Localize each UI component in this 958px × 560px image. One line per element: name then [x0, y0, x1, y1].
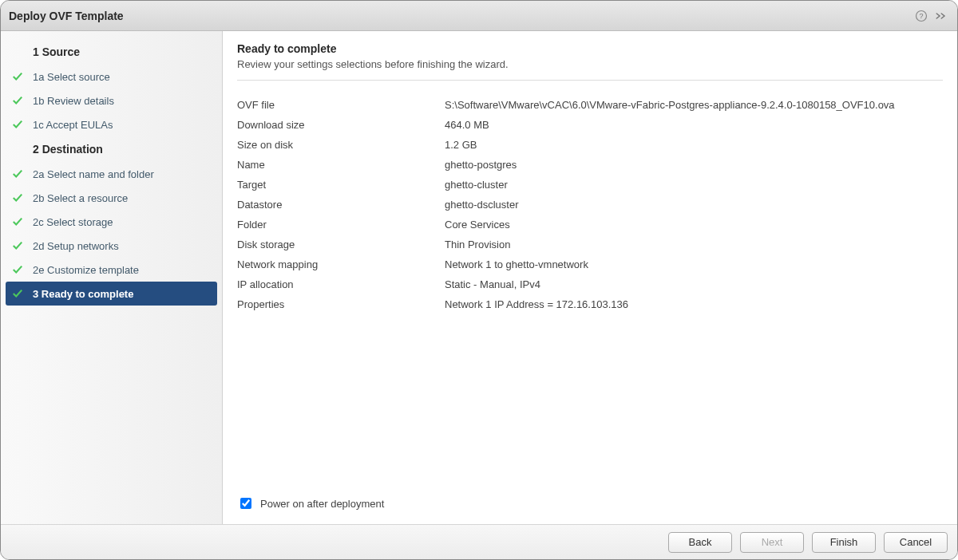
- summary-value: S:\Software\VMware\vCAC\6.0\VMware-vFabr…: [445, 99, 943, 111]
- nav-step-setup-networks[interactable]: 2d Setup networks: [6, 234, 217, 258]
- summary-row: IP allocationStatic - Manual, IPv4: [237, 274, 943, 294]
- nav-step-select-resource[interactable]: 2b Select a resource: [6, 186, 217, 210]
- summary-key: Datastore: [237, 199, 445, 211]
- power-on-label[interactable]: Power on after deployment: [260, 498, 384, 510]
- nav-label: 1a Select source: [33, 71, 110, 83]
- nav-section-source: 1 Source: [6, 39, 217, 65]
- nav-label: 3 Ready to complete: [33, 288, 133, 300]
- wizard-body: 1 Source 1a Select source 1b Review deta…: [1, 31, 957, 524]
- titlebar-icon-group: ?: [914, 9, 949, 23]
- summary-row: FolderCore Services: [237, 215, 943, 235]
- summary-value: Network 1 IP Address = 172.16.103.136: [445, 298, 943, 310]
- nav-step-accept-eulas[interactable]: 1c Accept EULAs: [6, 112, 217, 136]
- summary-row: PropertiesNetwork 1 IP Address = 172.16.…: [237, 294, 943, 314]
- nav-step-select-name-folder[interactable]: 2a Select name and folder: [6, 162, 217, 186]
- summary-value: ghetto-dscluster: [445, 199, 943, 211]
- summary-key: Target: [237, 179, 445, 191]
- summary-row: Nameghetto-postgres: [237, 155, 943, 175]
- summary-row: OVF fileS:\Software\VMware\vCAC\6.0\VMwa…: [237, 95, 943, 115]
- next-button[interactable]: Next: [740, 532, 804, 553]
- summary-key: Properties: [237, 298, 445, 310]
- check-icon: [12, 168, 33, 179]
- summary-value: Core Services: [445, 219, 943, 231]
- check-icon: [12, 192, 33, 203]
- summary-value: Network 1 to ghetto-vmnetwork: [445, 258, 943, 270]
- nav-label: 2d Setup networks: [33, 240, 119, 252]
- titlebar: Deploy OVF Template ?: [1, 1, 957, 31]
- summary-key: Disk storage: [237, 239, 445, 250]
- summary-row: Datastoreghetto-dscluster: [237, 195, 943, 215]
- summary-key: Size on disk: [237, 139, 445, 151]
- wizard-footer: Back Next Finish Cancel: [1, 524, 957, 559]
- summary-row: Size on disk1.2 GB: [237, 135, 943, 155]
- summary-value: Static - Manual, IPv4: [445, 278, 943, 290]
- nav-step-review-details[interactable]: 1b Review details: [6, 89, 217, 112]
- summary-key: OVF file: [237, 99, 445, 111]
- summary-value: ghetto-postgres: [445, 159, 943, 171]
- nav-step-select-storage[interactable]: 2c Select storage: [6, 210, 217, 234]
- power-on-row: Power on after deployment: [237, 487, 943, 524]
- cancel-button[interactable]: Cancel: [884, 532, 948, 553]
- check-icon: [12, 288, 33, 299]
- nav-label: 1b Review details: [33, 95, 114, 107]
- summary-key: Folder: [237, 219, 445, 231]
- summary-value: ghetto-cluster: [445, 179, 943, 191]
- summary-key: Network mapping: [237, 258, 445, 270]
- wizard-nav: 1 Source 1a Select source 1b Review deta…: [1, 31, 223, 524]
- nav-section-destination: 2 Destination: [6, 136, 217, 162]
- summary-row: Targetghetto-cluster: [237, 175, 943, 195]
- wizard-dialog: Deploy OVF Template ? 1 Source 1a Select…: [0, 0, 958, 560]
- dialog-title: Deploy OVF Template: [9, 10, 914, 22]
- nav-label: 2c Select storage: [33, 216, 113, 228]
- back-button[interactable]: Back: [668, 532, 732, 553]
- nav-label: 1c Accept EULAs: [33, 119, 113, 131]
- help-icon[interactable]: ?: [914, 9, 928, 23]
- divider: [237, 80, 943, 81]
- check-icon: [12, 264, 33, 275]
- nav-label: 2e Customize template: [33, 264, 139, 276]
- summary-key: IP allocation: [237, 278, 445, 290]
- check-icon: [12, 119, 33, 130]
- summary-value: 1.2 GB: [445, 139, 943, 151]
- check-icon: [12, 71, 33, 82]
- page-title: Ready to complete: [237, 42, 943, 55]
- check-icon: [12, 216, 33, 227]
- summary-value: 464.0 MB: [445, 119, 943, 131]
- summary-key: Name: [237, 159, 445, 171]
- page-subtitle: Review your settings selections before f…: [237, 58, 943, 70]
- settings-summary: OVF fileS:\Software\VMware\vCAC\6.0\VMwa…: [237, 95, 943, 487]
- summary-row: Download size464.0 MB: [237, 115, 943, 135]
- finish-button[interactable]: Finish: [812, 532, 876, 553]
- expand-icon[interactable]: [935, 9, 949, 23]
- summary-row: Disk storageThin Provision: [237, 235, 943, 254]
- check-icon: [12, 95, 33, 106]
- check-icon: [12, 240, 33, 251]
- summary-value: Thin Provision: [445, 239, 943, 250]
- nav-step-select-source[interactable]: 1a Select source: [6, 65, 217, 89]
- nav-label: 2b Select a resource: [33, 192, 128, 204]
- power-on-checkbox[interactable]: [240, 498, 251, 509]
- nav-label: 2a Select name and folder: [33, 168, 154, 180]
- summary-row: Network mappingNetwork 1 to ghetto-vmnet…: [237, 254, 943, 274]
- summary-key: Download size: [237, 119, 445, 131]
- svg-text:?: ?: [919, 12, 923, 20]
- nav-step-ready-to-complete[interactable]: 3 Ready to complete: [6, 282, 217, 306]
- wizard-content: Ready to complete Review your settings s…: [223, 31, 957, 524]
- nav-step-customize-template[interactable]: 2e Customize template: [6, 258, 217, 282]
